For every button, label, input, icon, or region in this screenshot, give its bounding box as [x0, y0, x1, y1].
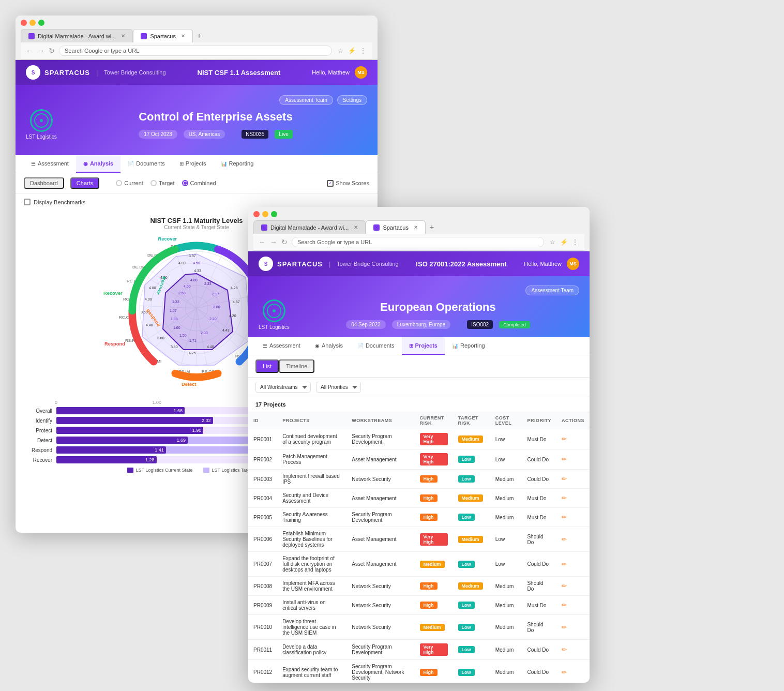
- edit-icon[interactable]: ✏: [562, 646, 567, 653]
- nav-tab-assessment-2[interactable]: ☰ Assessment: [255, 337, 308, 355]
- traffic-lights-2: [253, 211, 584, 217]
- nav-tab-assessment-1[interactable]: ☰ Assessment: [24, 155, 76, 173]
- menu-icon[interactable]: ⋮: [359, 47, 367, 55]
- legend-swatch-target: [203, 468, 209, 473]
- edit-icon[interactable]: ✏: [562, 456, 567, 463]
- cell-target-risk: Low: [453, 449, 490, 470]
- projects-table-container[interactable]: ID Projects Workstreams Current Risk Tar…: [248, 412, 590, 683]
- nav-tab-projects-1[interactable]: ⊞ Projects: [172, 155, 214, 173]
- priorities-filter[interactable]: All Priorities: [316, 382, 361, 393]
- nav-tab-documents-1[interactable]: 📄 Documents: [120, 155, 172, 173]
- forward-button-2[interactable]: →: [270, 238, 277, 246]
- reload-button-2[interactable]: ↻: [281, 238, 288, 246]
- tab-close-2[interactable]: ✕: [181, 33, 185, 39]
- header-right-1: Hello, Matthew MS: [312, 66, 367, 79]
- nav-tab-documents-2[interactable]: 📄 Documents: [350, 337, 402, 355]
- company-logo-1: [30, 109, 53, 132]
- settings-btn-1[interactable]: Settings: [337, 95, 367, 105]
- show-scores-btn[interactable]: Show Scores: [327, 180, 369, 187]
- edit-icon[interactable]: ✏: [562, 669, 567, 676]
- tab-1[interactable]: Digital Marmalade - Award wi... ✕: [21, 29, 133, 42]
- radio-current[interactable]: Current: [116, 180, 143, 186]
- extensions-icon[interactable]: ⚡: [348, 47, 356, 55]
- edit-icon[interactable]: ✏: [562, 582, 567, 590]
- svg-text:4.40: 4.40: [207, 345, 214, 349]
- cell-workstream: Security Program Development: [346, 508, 414, 527]
- edit-icon[interactable]: ✏: [562, 514, 567, 521]
- address-input-2[interactable]: Search Google or type a URL: [292, 237, 544, 247]
- assessment-team-btn-2[interactable]: Assessment Team: [525, 286, 579, 295]
- cell-cost: Medium: [490, 508, 522, 527]
- edit-icon[interactable]: ✏: [562, 536, 567, 543]
- cell-current-risk: High: [415, 577, 453, 596]
- extensions-icon-2[interactable]: ⚡: [560, 238, 568, 246]
- edit-icon[interactable]: ✏: [562, 435, 567, 443]
- th-workstreams: Workstreams: [346, 412, 414, 429]
- nav-tab-analysis-2[interactable]: ◉ Analysis: [308, 337, 350, 355]
- nav-tab-analysis-1[interactable]: ◉ Analysis: [76, 155, 120, 173]
- cell-cost: Low: [490, 449, 522, 470]
- nav-tab-reporting-1[interactable]: 📊 Reporting: [214, 155, 261, 173]
- cell-target-risk: Low: [453, 640, 490, 660]
- workstreams-filter[interactable]: All Workstreams: [255, 382, 311, 393]
- current-risk-badge: High: [420, 582, 438, 590]
- back-button-2[interactable]: ←: [259, 238, 266, 246]
- charts-btn[interactable]: Charts: [70, 177, 99, 189]
- bookmark-icon[interactable]: ☆: [336, 47, 344, 55]
- svg-text:1.50: 1.50: [179, 334, 187, 337]
- cell-actions: ✏: [556, 449, 590, 470]
- close-button-2[interactable]: [253, 211, 260, 217]
- table-row: PR0001 Continued development of a securi…: [248, 429, 590, 449]
- new-tab-button[interactable]: +: [193, 29, 205, 42]
- edit-icon[interactable]: ✏: [562, 475, 567, 483]
- svg-text:DE.AE: DE.AE: [171, 244, 183, 249]
- minimize-button[interactable]: [29, 20, 36, 26]
- edit-icon[interactable]: ✏: [562, 561, 567, 568]
- cell-id: PR0003: [248, 470, 277, 489]
- address-input-1[interactable]: Search Google or type a URL: [59, 46, 332, 56]
- minimize-button-2[interactable]: [262, 211, 268, 217]
- svg-text:3.80: 3.80: [157, 336, 164, 340]
- dashboard-btn[interactable]: Dashboard: [24, 177, 64, 189]
- th-actions: Actions: [556, 412, 590, 429]
- tab-close-2-1[interactable]: ✕: [354, 224, 358, 230]
- edit-icon[interactable]: ✏: [562, 624, 567, 631]
- nav-tab-reporting-2[interactable]: 📊 Reporting: [445, 337, 492, 355]
- cell-current-risk: High: [415, 660, 453, 683]
- radio-combined[interactable]: Combined: [182, 180, 216, 186]
- tab-close-2-2[interactable]: ✕: [414, 224, 418, 230]
- svg-text:1.60: 1.60: [173, 326, 180, 329]
- bookmark-icon-2[interactable]: ☆: [548, 238, 556, 246]
- benchmark-label: Display Benchmarks: [34, 199, 85, 205]
- benchmark-checkbox[interactable]: [24, 199, 31, 205]
- maximize-button-2[interactable]: [271, 211, 277, 217]
- current-risk-badge: High: [420, 475, 438, 483]
- forward-button[interactable]: →: [37, 47, 44, 55]
- nav-tab-projects-2[interactable]: ⊞ Projects: [402, 337, 445, 355]
- back-button[interactable]: ←: [26, 47, 33, 55]
- app-header-1: S SPARTACUS | Tower Bridge Consulting NI…: [16, 60, 378, 85]
- menu-icon-2[interactable]: ⋮: [571, 238, 579, 246]
- address-bar-1: ← → ↻ Search Google or type a URL ☆ ⚡ ⋮: [21, 42, 372, 59]
- cell-id: PR0011: [248, 640, 277, 660]
- cell-cost: Medium: [490, 640, 522, 660]
- edit-icon[interactable]: ✏: [562, 494, 567, 502]
- table-row: PR0007 Expand the footprint of full disk…: [248, 552, 590, 577]
- maximize-button[interactable]: [38, 20, 44, 26]
- tab-2[interactable]: Spartacus ✕: [133, 29, 193, 42]
- assessment-team-btn-1[interactable]: Assessment Team: [279, 95, 333, 105]
- list-view-btn[interactable]: List: [255, 359, 279, 373]
- radio-target[interactable]: Target: [150, 180, 175, 186]
- tab-2-1[interactable]: Digital Marmalade - Award wi... ✕: [253, 220, 366, 234]
- new-tab-button-2[interactable]: +: [426, 220, 438, 234]
- tab-close-1[interactable]: ✕: [121, 33, 125, 39]
- cell-priority: Could Do: [522, 660, 556, 683]
- current-risk-badge: Medium: [420, 624, 445, 631]
- reload-button[interactable]: ↻: [49, 47, 55, 55]
- close-button[interactable]: [21, 20, 27, 26]
- app-name-1: SPARTACUS: [44, 69, 90, 77]
- target-risk-badge: Low: [458, 669, 475, 676]
- edit-icon[interactable]: ✏: [562, 602, 567, 609]
- tab-2-2[interactable]: Spartacus ✕: [366, 220, 426, 234]
- timeline-view-btn[interactable]: Timeline: [279, 359, 314, 373]
